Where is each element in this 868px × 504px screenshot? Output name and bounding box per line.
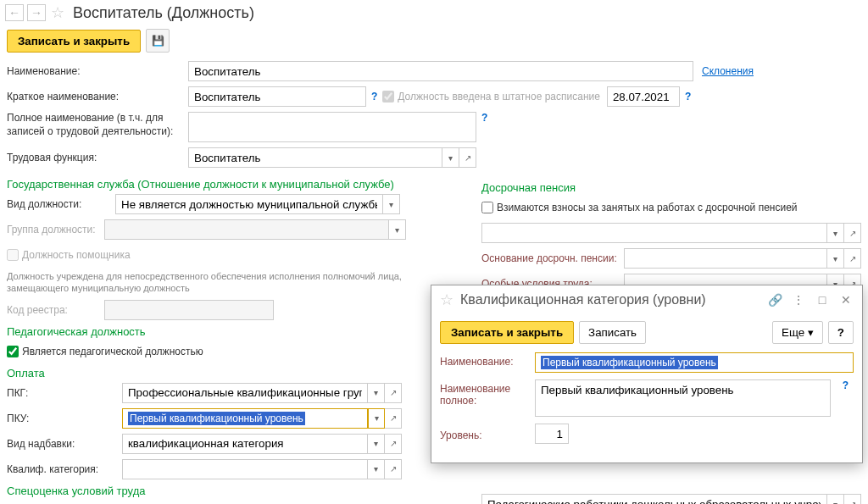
- ped-label: Является педагогической должностью: [22, 346, 203, 357]
- cat-input[interactable]: [122, 459, 368, 479]
- save-close-button[interactable]: Записать и закрыть: [7, 30, 141, 53]
- dropdown-icon[interactable]: ▾: [368, 459, 385, 479]
- dropdown-icon[interactable]: ▾: [442, 147, 459, 168]
- in-staff-date-input[interactable]: [607, 86, 680, 107]
- dropdown-icon[interactable]: ▾: [368, 383, 385, 403]
- func-input[interactable]: [188, 147, 442, 168]
- dropdown-icon[interactable]: ▾: [827, 494, 844, 504]
- help-icon[interactable]: ?: [685, 91, 691, 102]
- dropdown-icon[interactable]: ▾: [368, 408, 385, 429]
- declension-link[interactable]: Склонения: [702, 65, 754, 77]
- diskette-icon: 💾: [152, 35, 164, 47]
- pay-section-title: Оплата: [7, 367, 465, 379]
- dropdown-icon[interactable]: ▾: [368, 434, 385, 454]
- forward-button[interactable]: →: [27, 4, 46, 21]
- name-input[interactable]: [188, 61, 693, 81]
- page-title: Воспитатель (Должность): [73, 4, 254, 22]
- dropdown-icon[interactable]: ▾: [827, 248, 844, 269]
- allow-input[interactable]: [122, 434, 368, 454]
- spec-section-title: Спецоценка условий труда: [7, 485, 465, 497]
- type-input[interactable]: [115, 194, 383, 214]
- assistant-label: Должность помощника: [22, 249, 131, 261]
- in-staff-checkbox: [382, 91, 394, 102]
- open-icon[interactable]: ↗: [385, 459, 402, 479]
- gov-section-title: Государственная служба (Отношение должно…: [7, 178, 465, 191]
- group-input: [104, 219, 389, 240]
- basis-label: Основание досрочн. пенсии:: [481, 252, 624, 264]
- open-icon[interactable]: ↗: [385, 383, 402, 403]
- favorite-icon[interactable]: ☆: [51, 3, 64, 22]
- chevron-down-icon: ▾: [808, 326, 814, 339]
- name-label: Наименование:: [7, 65, 188, 77]
- pku-label: ПКУ:: [7, 413, 122, 424]
- modal-level-input[interactable]: [535, 424, 569, 444]
- ped-checkbox[interactable]: [7, 346, 19, 357]
- back-button[interactable]: ←: [5, 4, 24, 21]
- short-name-input[interactable]: [188, 86, 366, 107]
- pension-checkbox[interactable]: [481, 202, 493, 213]
- open-icon[interactable]: ↗: [844, 223, 861, 243]
- modal-save-close-button[interactable]: Записать и закрыть: [440, 321, 574, 344]
- func-label: Трудовая функция:: [7, 152, 188, 163]
- modal-name-label: Наименование:: [440, 352, 528, 368]
- open-icon[interactable]: ↗: [459, 147, 476, 168]
- modal-name-input[interactable]: Первый квалификационный уровень: [535, 352, 854, 373]
- open-icon[interactable]: ↗: [385, 434, 402, 454]
- code-label: Код реестра:: [7, 304, 104, 316]
- maximize-icon[interactable]: □: [813, 291, 832, 309]
- full-name-label: Полное наименование (в т.ч. для записей …: [7, 112, 188, 138]
- gov-note: Должность учреждена для непосредственног…: [7, 270, 465, 295]
- short-name-label: Краткое наименование:: [7, 91, 188, 102]
- dropdown-icon[interactable]: ▾: [827, 223, 844, 243]
- open-icon[interactable]: ↗: [385, 408, 402, 429]
- allow-label: Вид надбавки:: [7, 438, 122, 450]
- open-icon[interactable]: ↗: [844, 494, 861, 504]
- pension-section-title: Досрочная пенсия: [481, 181, 861, 194]
- help-icon[interactable]: ?: [843, 379, 849, 391]
- modal-help-button[interactable]: ?: [828, 321, 854, 344]
- dropdown-icon[interactable]: ▾: [383, 194, 400, 214]
- favorite-icon[interactable]: ☆: [440, 291, 453, 309]
- type-label: Вид должности:: [7, 198, 115, 210]
- pku-input[interactable]: Первый квалификационный уровень: [122, 408, 368, 429]
- group-label: Группа должности:: [7, 224, 104, 235]
- pension-chk-label: Взимаются взносы за занятых на работах с…: [497, 202, 798, 213]
- modal-full-input[interactable]: [535, 379, 831, 417]
- help-icon[interactable]: ?: [481, 112, 487, 124]
- code-input: [104, 300, 274, 320]
- assistant-checkbox: [7, 249, 19, 261]
- in-staff-label: Должность введена в штатное расписание: [398, 91, 600, 102]
- ped-section-title: Педагогическая должность: [7, 325, 465, 338]
- modal-level-label: Уровень:: [440, 426, 528, 441]
- modal-full-label: Наименование полное:: [440, 379, 528, 407]
- modal-more-button[interactable]: Еще ▾: [772, 321, 823, 344]
- open-icon[interactable]: ↗: [844, 248, 861, 269]
- bottom-line1-input[interactable]: [481, 494, 827, 504]
- close-icon[interactable]: ✕: [837, 291, 855, 309]
- modal-title: Квалификационная категория (уровни): [460, 292, 760, 307]
- dropdown-icon[interactable]: ▾: [389, 219, 406, 240]
- save-button[interactable]: 💾: [146, 29, 170, 53]
- cat-label: Квалиф. категория:: [7, 463, 122, 475]
- link-icon[interactable]: 🔗: [765, 291, 784, 309]
- pension-field-input[interactable]: [481, 223, 827, 243]
- pkg-label: ПКГ:: [7, 387, 122, 399]
- qualification-modal: ☆ Квалификационная категория (уровни) 🔗 …: [431, 285, 863, 463]
- more-icon[interactable]: ⋮: [789, 291, 808, 309]
- help-icon[interactable]: ?: [371, 91, 377, 102]
- pkg-input[interactable]: [122, 383, 368, 403]
- basis-input[interactable]: [624, 248, 827, 269]
- full-name-input[interactable]: [188, 112, 476, 142]
- modal-save-button[interactable]: Записать: [579, 321, 646, 344]
